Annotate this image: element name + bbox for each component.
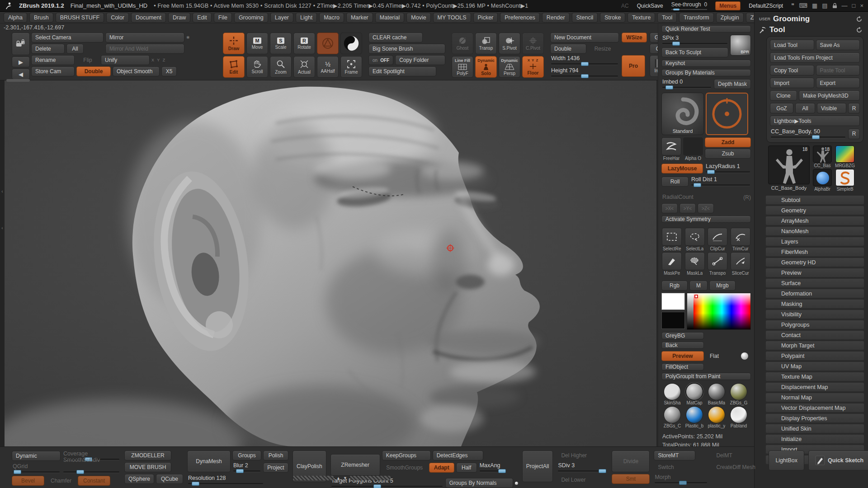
qgrid-slider[interactable]: QGrid xyxy=(12,463,61,474)
zadd-button[interactable]: Zadd xyxy=(705,137,751,147)
transpose-button[interactable] xyxy=(708,252,727,270)
smt-button[interactable]: Smt xyxy=(612,474,650,484)
blur-slider[interactable]: Blur 2 xyxy=(232,462,261,473)
material-sphere[interactable] xyxy=(686,406,703,423)
roll-dist-slider[interactable]: Roll Dist 1 xyxy=(690,176,751,187)
clear-cache-button[interactable]: CLEAR cache xyxy=(368,33,423,42)
subpalette-item[interactable]: Polygroups xyxy=(765,320,864,329)
material-item[interactable]: ZBGs_C xyxy=(661,406,683,428)
wsize-button[interactable]: WSize xyxy=(622,33,647,42)
del-higher-button[interactable]: Del Higher xyxy=(557,450,599,460)
maxang-slider[interactable]: MaxAng xyxy=(479,462,507,473)
load-tool-button[interactable]: Load Tool xyxy=(770,40,814,50)
dynamesh-button[interactable]: DynaMesh xyxy=(187,450,231,472)
rgb-button[interactable]: Rgb xyxy=(661,281,688,291)
copy-tool-button[interactable]: Copy Tool xyxy=(770,65,814,75)
alpha-brush-thumbnail[interactable] xyxy=(813,169,832,186)
symmetry-axis-toggle[interactable]: >Z< xyxy=(698,203,714,213)
back-timeline-button[interactable]: ◀ xyxy=(12,69,30,80)
menu-item[interactable]: MY TOOLS xyxy=(433,13,471,23)
sdiv-slider[interactable]: SDiv 3 xyxy=(557,462,608,473)
project-button[interactable]: Project xyxy=(263,463,288,473)
lazymouse-button[interactable]: LazyMouse xyxy=(661,164,703,174)
half-button[interactable]: Half xyxy=(456,463,477,473)
edit-mode-button[interactable]: Edit xyxy=(223,56,245,78)
all-cameras-button[interactable]: All xyxy=(66,44,84,54)
camera-lock-button[interactable]: c xyxy=(12,33,30,55)
stroke-type-tile[interactable] xyxy=(661,137,681,155)
menu-item[interactable]: Movie xyxy=(406,13,430,23)
menu-item[interactable]: BRUSH STUFF xyxy=(56,13,104,23)
grabber-tool-thumbnail[interactable] xyxy=(835,145,854,163)
unify-button[interactable]: Unify xyxy=(101,55,150,65)
menus-button[interactable]: Menus xyxy=(715,1,741,10)
menu-item[interactable]: Picker xyxy=(473,13,498,23)
left-scroll-strip[interactable]: ‹‹ xyxy=(0,80,5,446)
hue-square[interactable] xyxy=(693,293,750,329)
menu-item[interactable]: Draw xyxy=(168,13,190,23)
refresh-icon[interactable] xyxy=(856,16,863,23)
default-zscript-button[interactable]: DefaultZScript xyxy=(749,3,783,9)
current-brush-thumbnail[interactable] xyxy=(317,33,339,54)
material-sphere[interactable] xyxy=(686,383,703,400)
goz-button[interactable]: GoZ xyxy=(770,103,793,113)
back-to-sculpt-button[interactable]: Back To Sculpt xyxy=(661,47,728,57)
menu-item[interactable]: Stencil xyxy=(572,13,598,23)
palette-grid-icon[interactable]: ▦ xyxy=(812,2,817,9)
main-color-swatch[interactable] xyxy=(661,293,685,310)
subpalette-item[interactable]: Vector Displacement Map xyxy=(765,403,864,413)
mirror-axis-marks[interactable]: ✱ xyxy=(186,35,191,40)
trim-curve-button[interactable] xyxy=(731,228,750,246)
material-item[interactable]: MatCap xyxy=(684,383,705,405)
import-tool-button[interactable]: Import xyxy=(770,78,814,88)
simple-brush-thumbnail[interactable] xyxy=(835,169,854,186)
select-rect-button[interactable] xyxy=(662,228,682,246)
menu-item[interactable]: Marker xyxy=(346,13,373,23)
smooth-subdiv-slider[interactable]: SmoothSubdiv xyxy=(62,463,120,474)
spix-slider[interactable]: SPix 3 xyxy=(661,35,728,46)
tool-r-button[interactable]: R xyxy=(848,129,860,139)
material-sphere[interactable] xyxy=(730,406,747,423)
material-item[interactable]: ZBGs_G xyxy=(728,383,750,405)
export-tool-button[interactable]: Export xyxy=(816,78,860,88)
window-layout-icon[interactable]: ▤ xyxy=(822,2,827,9)
canvas-drag-grip[interactable] xyxy=(6,79,30,82)
subpalette-item[interactable]: UV Map xyxy=(765,361,864,371)
mrgb-button[interactable]: Mrgb xyxy=(709,281,736,291)
hatch-grip[interactable] xyxy=(350,476,391,480)
subpalette-item[interactable]: Preview xyxy=(765,268,864,277)
qcube-button[interactable]: QCube xyxy=(156,474,183,484)
back-button[interactable]: Back xyxy=(661,342,704,349)
scroll-canvas-button[interactable]: Scroll xyxy=(246,56,268,78)
play-timeline-button[interactable]: ▶ xyxy=(12,56,30,67)
mirror-button[interactable]: Mirror xyxy=(105,33,184,42)
radial-count-slider[interactable]: RadialCount xyxy=(661,194,693,201)
preview-button[interactable]: Preview xyxy=(661,351,704,361)
actual-size-button[interactable]: Actual xyxy=(293,56,315,78)
mirror-and-weld-button[interactable]: Mirror And Weld xyxy=(105,44,184,54)
constant-button[interactable]: Constant xyxy=(78,476,110,486)
minimize-button[interactable]: — xyxy=(842,2,848,9)
menu-item[interactable]: Edit xyxy=(193,13,212,23)
color-picker[interactable] xyxy=(687,293,751,330)
store-cam-button[interactable]: Store Cam xyxy=(31,66,75,76)
material-sphere[interactable] xyxy=(708,406,725,423)
secondary-color-swatch[interactable] xyxy=(661,312,685,329)
sculpt-canvas[interactable] xyxy=(5,80,656,446)
bevel-button[interactable]: Bevel xyxy=(12,476,44,486)
dynamic-perspective-button[interactable]: Dynamic Persp xyxy=(499,56,520,78)
adapt-button[interactable]: Adapt xyxy=(429,463,454,473)
subpalette-item[interactable]: Unified Skin xyxy=(765,424,864,433)
goz-visible-button[interactable]: Visible xyxy=(817,103,846,113)
floor-grid-button[interactable]: X Y Z Floor xyxy=(522,56,544,78)
doc-width-slider[interactable]: Width 1436 xyxy=(550,55,619,66)
keyshot-button[interactable]: Keyshot xyxy=(661,60,751,67)
subpalette-item[interactable]: Morph Target xyxy=(765,341,864,350)
rotate-mode-button[interactable]: R Rotate xyxy=(293,33,315,54)
close-button[interactable]: × xyxy=(860,2,863,9)
zoom-canvas-button[interactable]: Zoom xyxy=(270,56,292,78)
groups-button[interactable]: Groups xyxy=(232,450,261,460)
material-item[interactable]: SkinSha xyxy=(661,383,683,405)
keyboard-icon[interactable]: ⌨ xyxy=(799,2,807,9)
note-icon[interactable]: ❞ xyxy=(791,2,794,9)
